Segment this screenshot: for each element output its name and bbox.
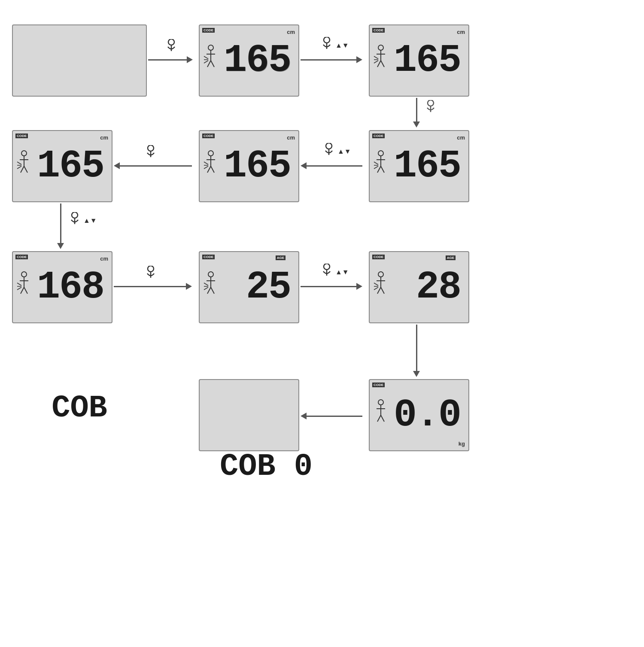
svg-point-10 (324, 37, 330, 43)
arrow-down-3 (413, 325, 420, 378)
arrow-down-2: ▲▼ (57, 204, 64, 250)
arrowhead-down (413, 371, 420, 377)
arrow-line (120, 165, 192, 167)
updown-button-1: ▲▼ (320, 37, 349, 54)
svg-point-50 (72, 212, 78, 218)
arrow-down-1 (413, 98, 420, 129)
lcd-value-00: 0.0 (370, 380, 468, 450)
cob-label: COB (12, 379, 147, 437)
button-icon-2 (144, 145, 158, 164)
arrowhead (301, 413, 307, 419)
lcd-value-165-4: 165 (200, 131, 298, 201)
lcd-value-168: 168 (13, 252, 112, 322)
arrow-left-3 (301, 413, 367, 419)
arrow-left-2 (114, 162, 197, 169)
screen-168-cm: CODE cm 168 (12, 251, 112, 323)
lcd-value-28: 28 (370, 252, 468, 322)
lcd-value-165-2: 165 (370, 25, 468, 96)
screen-165-cm-4: CODE cm 165 (199, 130, 299, 202)
cob0-label: COB 0 (199, 437, 334, 496)
lcd-value-165-3: 165 (370, 131, 468, 201)
svg-point-60 (148, 266, 154, 272)
lcd-value-165-1: 165 (200, 25, 298, 96)
arrow-right-1 (148, 56, 197, 63)
svg-point-20 (428, 100, 434, 106)
arrow-right-2: ▲▼ (301, 56, 367, 63)
screen-165-cm-3: CODE cm 165 (369, 130, 469, 202)
arrow-line-v (60, 204, 61, 243)
arrow-right-4: ▲▼ (301, 283, 367, 290)
arrow-line (114, 286, 186, 287)
arrow-line (301, 59, 356, 61)
arrow-line-v (416, 98, 417, 122)
arrowhead-down (57, 243, 64, 249)
screen-00-kg: CODE kg 0.0 (369, 379, 469, 451)
button-icon-1 (164, 39, 178, 59)
screen-165-cm-2: CODE cm 165 (369, 24, 469, 97)
screen-165-cm-1: CODE cm 165 (199, 24, 299, 97)
button-icon-3 (144, 266, 158, 285)
arrow-line (301, 286, 356, 287)
arrow-line-v (416, 325, 417, 371)
screen-28-age: CODE AGE 28 (369, 251, 469, 323)
arrow-line (307, 165, 362, 167)
arrowhead (356, 56, 362, 63)
arrowhead (356, 283, 362, 290)
screen-25-age: CODE AGE 25 (199, 251, 299, 323)
svg-point-30 (326, 143, 332, 149)
arrowhead (186, 283, 192, 290)
arrowhead-down (413, 122, 420, 128)
arrowhead (301, 162, 307, 169)
screen-165-cm-5: CODE cm 165 (12, 130, 112, 202)
arrow-left-1: ▲▼ (301, 162, 367, 169)
svg-point-40 (148, 145, 154, 151)
lcd-value-165-5: 165 (13, 131, 112, 201)
blank-screen-1 (12, 24, 147, 97)
updown-button-2: ▲▼ (322, 143, 351, 160)
button-icon-down-1 (424, 100, 437, 119)
arrow-line (307, 416, 362, 417)
svg-point-70 (324, 264, 330, 270)
svg-point-0 (168, 39, 174, 45)
lcd-value-25: 25 (200, 252, 298, 322)
updown-button-3: ▲▼ (68, 212, 97, 229)
arrowhead (187, 56, 193, 63)
arrow-right-3 (114, 283, 197, 290)
arrowhead (114, 162, 120, 169)
updown-button-4: ▲▼ (320, 264, 349, 281)
